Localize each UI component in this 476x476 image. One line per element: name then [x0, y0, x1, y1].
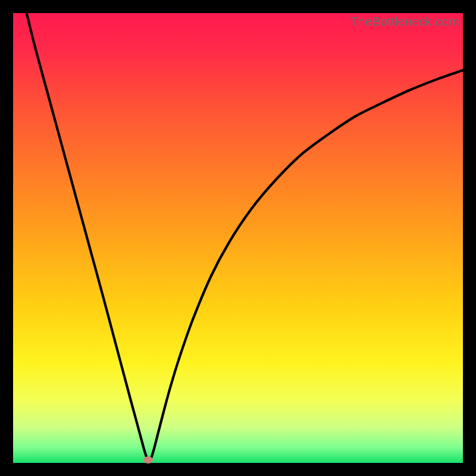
chart-frame: TheBottleneck.com — [13, 13, 463, 463]
minimum-marker — [143, 456, 153, 464]
attribution-label: TheBottleneck.com — [350, 14, 459, 29]
bottleneck-curve-plot — [13, 13, 463, 463]
gradient-background — [13, 13, 463, 463]
